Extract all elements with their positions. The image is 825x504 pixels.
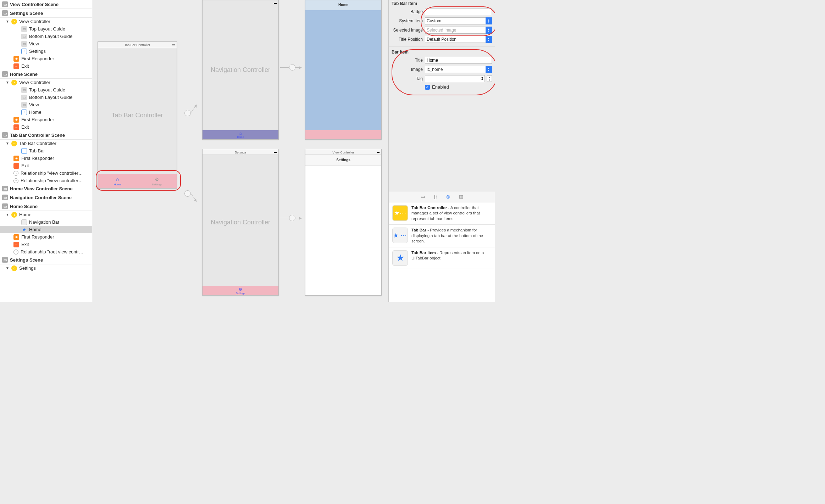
item-label: Top Layout Guide [29, 87, 65, 93]
scene-header-settings2[interactable]: Settings Scene [0, 256, 92, 264]
library-item-tabbar[interactable]: ★ ⋯ Tab Bar - Provides a mechanism for d… [389, 225, 495, 247]
outline-item-home-tabbaritem[interactable]: Home [0, 226, 92, 233]
field-image: Image ic_home [389, 65, 495, 74]
lib-tab-objects[interactable]: ◎ [445, 194, 452, 200]
disclosure-icon[interactable]: ▼ [6, 80, 9, 84]
canvas-settings-vc[interactable]: View Controller ▬ Settings [305, 149, 382, 296]
disclosure-icon[interactable]: ▼ [6, 266, 9, 270]
chevron-updown-icon[interactable] [486, 36, 492, 43]
lib-tab-media[interactable]: ▥ [458, 194, 464, 200]
outline-item-guide[interactable]: Bottom Layout Guide [0, 33, 92, 40]
tab-settings[interactable]: ⚙Settings [137, 174, 177, 188]
scene-title: Navigation Controller Scene [10, 195, 72, 200]
nav-controller-icon [11, 265, 17, 271]
disclosure-icon[interactable]: ▼ [6, 19, 9, 23]
library-item-tbc[interactable]: ★⋯ Tab Bar Controller - A controller tha… [389, 202, 495, 225]
storyboard-canvas[interactable]: Tab Bar Controller ▬ Tab Bar Controller … [92, 0, 388, 302]
scene-header-navc[interactable]: Navigation Controller Scene [0, 193, 92, 202]
canvas-nav-controller-settings[interactable]: Settings ▬ Navigation Controller ⚙ Setti… [202, 149, 279, 296]
outline-item-tbc[interactable]: ▼Tab Bar Controller [0, 140, 92, 147]
disclosure-icon[interactable]: ▼ [6, 141, 9, 145]
object-library[interactable]: ★⋯ Tab Bar Controller - A controller tha… [389, 202, 495, 303]
outline-item-guide[interactable]: Bottom Layout Guide [0, 94, 92, 101]
outline-item-exit[interactable]: Exit [0, 123, 92, 131]
scene-header-home2[interactable]: Home Scene [0, 202, 92, 211]
outline-item-home-nav[interactable]: ▼Home [0, 211, 92, 218]
tabbar-selected[interactable]: ⌂Home ⚙Settings [98, 174, 177, 188]
segue-connector[interactable] [184, 110, 191, 116]
chevron-updown-icon[interactable] [486, 27, 492, 34]
outline-item-firstresponder[interactable]: First Responder [0, 233, 92, 241]
scene-title: Settings Scene [10, 257, 43, 263]
item-label: View [29, 41, 39, 46]
view-controller-icon [11, 80, 17, 85]
scene-header-tbc[interactable]: Tab Bar Controller Scene [0, 131, 92, 140]
outline-item-back[interactable]: Home [0, 108, 92, 116]
lib-tab-code[interactable]: {} [432, 194, 439, 200]
item-label: Home [19, 212, 32, 217]
library-text: Tab Bar - Provides a mechanism for displ… [411, 228, 491, 244]
outline-item-guide[interactable]: Top Layout Guide [0, 25, 92, 33]
scene-title: View Controller Scene [10, 2, 59, 7]
outline-item-firstresponder[interactable]: First Responder [0, 116, 92, 123]
chevron-updown-icon[interactable] [486, 66, 492, 73]
segue-connector[interactable] [184, 190, 191, 197]
scene-header-homevc[interactable]: Home View Controller Scene [0, 184, 92, 193]
system-item-select[interactable]: Custom [425, 17, 492, 24]
document-outline[interactable]: View Controller Scene Settings Scene ▼Vi… [0, 0, 92, 302]
scene-header-home[interactable]: Home Scene [0, 70, 92, 79]
vc-title: View Controller [305, 151, 381, 154]
scene-header-vc[interactable]: View Controller Scene [0, 0, 92, 9]
library-item-tabbaritem[interactable]: ★ Tab Bar Item - Represents an item on a… [389, 247, 495, 269]
field-title: Title [389, 56, 495, 65]
segue-arrow [191, 105, 197, 113]
outline-item-relationship[interactable]: Relationship "view controller… [0, 169, 92, 177]
canvas-nav-controller-home[interactable]: ▬ Navigation Controller ⌂ Home [202, 0, 279, 140]
item-label: Tab Bar [29, 148, 45, 153]
scene-header-settings[interactable]: Settings Scene [0, 9, 92, 18]
item-label: First Responder [21, 234, 54, 240]
home-icon: ⌂ [239, 131, 242, 135]
field-enabled[interactable]: Enabled [389, 83, 495, 91]
title-position-select[interactable]: Default Position [425, 36, 492, 43]
selected-image-select[interactable]: Selected Image [425, 27, 492, 34]
outline-item-tabbar[interactable]: Tab Bar [0, 147, 92, 155]
tab-label: Settings [236, 292, 245, 295]
outline-item-firstresponder[interactable]: First Responder [0, 55, 92, 62]
outline-item-relationship[interactable]: Relationship "view controller… [0, 177, 92, 184]
outline-item-firstresponder[interactable]: First Responder [0, 155, 92, 162]
tag-input[interactable] [425, 75, 485, 82]
title-input[interactable] [425, 57, 492, 64]
badge-input[interactable] [425, 8, 492, 15]
disclosure-icon[interactable]: ▼ [6, 213, 9, 217]
tag-stepper[interactable]: ▴▾ [487, 75, 492, 82]
outline-item-back[interactable]: Settings [0, 47, 92, 55]
cube-icon [13, 156, 19, 161]
outline-item-view[interactable]: View [0, 101, 92, 108]
chevron-updown-icon[interactable] [486, 17, 492, 24]
outline-item-settings-nav[interactable]: ▼Settings [0, 264, 92, 272]
checkbox-icon[interactable] [425, 85, 430, 90]
item-label: Navigation Bar [29, 219, 59, 225]
outline-item-navbar[interactable]: Navigation Bar [0, 218, 92, 226]
segue-connector[interactable] [289, 215, 295, 221]
field-label: Badge [392, 9, 423, 14]
segue-connector[interactable] [289, 64, 295, 71]
scene-icon [2, 195, 8, 200]
canvas-home-vc[interactable]: Home [305, 0, 382, 140]
outline-item-vc[interactable]: ▼View Controller [0, 79, 92, 86]
item-label: Home [29, 227, 41, 232]
outline-item-exit[interactable]: Exit [0, 62, 92, 70]
outline-item-vc[interactable]: ▼View Controller [0, 18, 92, 25]
tab-label: Home [114, 183, 121, 186]
outline-item-view[interactable]: View [0, 40, 92, 47]
tab-home[interactable]: ⌂Home [98, 174, 137, 188]
outline-item-relationship[interactable]: Relationship "root view contr… [0, 248, 92, 256]
outline-item-exit[interactable]: Exit [0, 241, 92, 248]
outline-item-guide[interactable]: Top Layout Guide [0, 86, 92, 94]
image-select[interactable]: ic_home [425, 66, 492, 73]
outline-item-exit[interactable]: Exit [0, 162, 92, 169]
lib-tab-file[interactable]: ▭ [420, 194, 426, 200]
canvas-tabbar-controller[interactable]: Tab Bar Controller ▬ Tab Bar Controller … [98, 41, 177, 189]
field-label: Selected Image [392, 28, 423, 33]
